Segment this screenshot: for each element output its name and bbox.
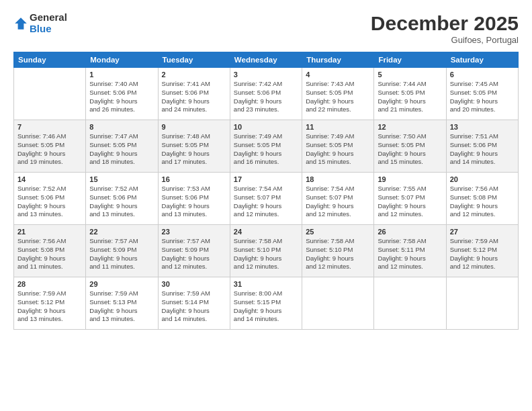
col-header-tuesday: Tuesday: [158, 52, 230, 68]
calendar-cell: 21Sunrise: 7:56 AMSunset: 5:08 PMDayligh…: [14, 225, 86, 277]
calendar-cell: 22Sunrise: 7:57 AMSunset: 5:09 PMDayligh…: [86, 225, 158, 277]
calendar-cell: 23Sunrise: 7:57 AMSunset: 5:09 PMDayligh…: [158, 225, 230, 277]
col-header-friday: Friday: [374, 52, 446, 68]
day-info: Sunrise: 7:42 AMSunset: 5:06 PMDaylight:…: [234, 80, 298, 114]
logo-general: General: [30, 12, 67, 24]
day-info: Sunrise: 7:43 AMSunset: 5:05 PMDaylight:…: [306, 80, 370, 114]
day-info: Sunrise: 7:51 AMSunset: 5:06 PMDaylight:…: [450, 132, 515, 167]
day-info: Sunrise: 7:49 AMSunset: 5:05 PMDaylight:…: [234, 132, 298, 167]
calendar-cell: 3Sunrise: 7:42 AMSunset: 5:06 PMDaylight…: [230, 68, 302, 120]
calendar-cell: [14, 68, 86, 120]
page: General Blue December 2025 Guifoes, Port…: [0, 0, 532, 411]
location-subtitle: Guifoes, Portugal: [371, 35, 519, 45]
day-info: Sunrise: 7:58 AMSunset: 5:11 PMDaylight:…: [378, 237, 442, 271]
day-number: 12: [378, 123, 442, 131]
day-info: Sunrise: 7:56 AMSunset: 5:08 PMDaylight:…: [17, 237, 82, 271]
day-number: 17: [234, 175, 298, 183]
calendar-cell: 13Sunrise: 7:51 AMSunset: 5:06 PMDayligh…: [446, 120, 518, 173]
day-number: 13: [450, 123, 515, 131]
calendar-cell: 24Sunrise: 7:58 AMSunset: 5:10 PMDayligh…: [230, 225, 302, 277]
logo-blue: Blue: [30, 24, 67, 35]
day-number: 2: [162, 71, 226, 79]
calendar-cell: 27Sunrise: 7:59 AMSunset: 5:12 PMDayligh…: [446, 225, 518, 277]
day-number: 16: [162, 175, 226, 183]
day-info: Sunrise: 7:44 AMSunset: 5:05 PMDaylight:…: [378, 80, 442, 114]
calendar-table: SundayMondayTuesdayWednesdayThursdayFrid…: [13, 52, 519, 330]
day-info: Sunrise: 7:41 AMSunset: 5:06 PMDaylight:…: [162, 80, 226, 114]
day-info: Sunrise: 7:59 AMSunset: 5:13 PMDaylight:…: [89, 289, 154, 324]
calendar-cell: 11Sunrise: 7:49 AMSunset: 5:05 PMDayligh…: [302, 120, 374, 173]
day-info: Sunrise: 7:50 AMSunset: 5:05 PMDaylight:…: [378, 132, 442, 167]
col-header-thursday: Thursday: [302, 52, 374, 68]
day-info: Sunrise: 7:45 AMSunset: 5:05 PMDaylight:…: [450, 80, 515, 114]
day-info: Sunrise: 7:53 AMSunset: 5:06 PMDaylight:…: [162, 185, 226, 219]
calendar-cell: 16Sunrise: 7:53 AMSunset: 5:06 PMDayligh…: [158, 173, 230, 225]
calendar-cell: 30Sunrise: 7:59 AMSunset: 5:14 PMDayligh…: [158, 277, 230, 330]
day-number: 1: [89, 71, 154, 79]
day-info: Sunrise: 7:54 AMSunset: 5:07 PMDaylight:…: [306, 185, 370, 219]
calendar-cell: 17Sunrise: 7:54 AMSunset: 5:07 PMDayligh…: [230, 173, 302, 225]
day-number: 30: [162, 280, 226, 288]
day-number: 29: [89, 280, 154, 288]
svg-marker-0: [15, 17, 27, 30]
day-number: 22: [89, 228, 154, 236]
day-number: 5: [378, 71, 442, 79]
month-title: December 2025: [371, 12, 519, 35]
day-number: 27: [450, 228, 515, 236]
day-info: Sunrise: 7:52 AMSunset: 5:06 PMDaylight:…: [89, 185, 154, 219]
col-header-monday: Monday: [86, 52, 158, 68]
col-header-saturday: Saturday: [446, 52, 518, 68]
calendar-cell: 18Sunrise: 7:54 AMSunset: 5:07 PMDayligh…: [302, 173, 374, 225]
calendar-cell: 20Sunrise: 7:56 AMSunset: 5:08 PMDayligh…: [446, 173, 518, 225]
calendar-cell: 31Sunrise: 8:00 AMSunset: 5:15 PMDayligh…: [230, 277, 302, 330]
day-info: Sunrise: 7:58 AMSunset: 5:10 PMDaylight:…: [234, 237, 298, 271]
day-number: 11: [306, 123, 370, 131]
col-header-wednesday: Wednesday: [230, 52, 302, 68]
day-number: 15: [89, 175, 154, 183]
day-info: Sunrise: 7:57 AMSunset: 5:09 PMDaylight:…: [162, 237, 226, 271]
calendar-cell: 1Sunrise: 7:40 AMSunset: 5:06 PMDaylight…: [86, 68, 158, 120]
calendar-cell: 5Sunrise: 7:44 AMSunset: 5:05 PMDaylight…: [374, 68, 446, 120]
calendar-cell: 14Sunrise: 7:52 AMSunset: 5:06 PMDayligh…: [14, 173, 86, 225]
calendar-cell: [374, 277, 446, 330]
day-number: 10: [234, 123, 298, 131]
day-number: 6: [450, 71, 515, 79]
day-number: 23: [162, 228, 226, 236]
calendar-cell: 19Sunrise: 7:55 AMSunset: 5:07 PMDayligh…: [374, 173, 446, 225]
day-info: Sunrise: 7:47 AMSunset: 5:05 PMDaylight:…: [89, 132, 154, 167]
logo: General Blue: [13, 12, 67, 34]
col-header-sunday: Sunday: [14, 52, 86, 68]
day-info: Sunrise: 8:00 AMSunset: 5:15 PMDaylight:…: [234, 289, 298, 324]
day-number: 14: [17, 175, 82, 183]
calendar-cell: 28Sunrise: 7:59 AMSunset: 5:12 PMDayligh…: [14, 277, 86, 330]
day-info: Sunrise: 7:52 AMSunset: 5:06 PMDaylight:…: [17, 185, 82, 219]
day-number: 3: [234, 71, 298, 79]
day-number: 24: [234, 228, 298, 236]
day-info: Sunrise: 7:59 AMSunset: 5:12 PMDaylight:…: [450, 237, 515, 271]
day-info: Sunrise: 7:46 AMSunset: 5:05 PMDaylight:…: [17, 132, 82, 167]
day-info: Sunrise: 7:40 AMSunset: 5:06 PMDaylight:…: [89, 80, 154, 114]
calendar-cell: 15Sunrise: 7:52 AMSunset: 5:06 PMDayligh…: [86, 173, 158, 225]
header: General Blue December 2025 Guifoes, Port…: [13, 12, 519, 45]
day-number: 31: [234, 280, 298, 288]
day-number: 7: [17, 123, 82, 131]
day-info: Sunrise: 7:57 AMSunset: 5:09 PMDaylight:…: [89, 237, 154, 271]
calendar-cell: 6Sunrise: 7:45 AMSunset: 5:05 PMDaylight…: [446, 68, 518, 120]
calendar-cell: 10Sunrise: 7:49 AMSunset: 5:05 PMDayligh…: [230, 120, 302, 173]
day-number: 8: [89, 123, 154, 131]
day-info: Sunrise: 7:59 AMSunset: 5:12 PMDaylight:…: [17, 289, 82, 324]
calendar-cell: 12Sunrise: 7:50 AMSunset: 5:05 PMDayligh…: [374, 120, 446, 173]
day-number: 21: [17, 228, 82, 236]
day-number: 9: [162, 123, 226, 131]
calendar-cell: 25Sunrise: 7:58 AMSunset: 5:10 PMDayligh…: [302, 225, 374, 277]
calendar-cell: 8Sunrise: 7:47 AMSunset: 5:05 PMDaylight…: [86, 120, 158, 173]
calendar-cell: 2Sunrise: 7:41 AMSunset: 5:06 PMDaylight…: [158, 68, 230, 120]
day-number: 20: [450, 175, 515, 183]
day-number: 28: [17, 280, 82, 288]
day-info: Sunrise: 7:59 AMSunset: 5:14 PMDaylight:…: [162, 289, 226, 324]
day-info: Sunrise: 7:58 AMSunset: 5:10 PMDaylight:…: [306, 237, 370, 271]
logo-icon: [13, 16, 28, 31]
day-number: 18: [306, 175, 370, 183]
calendar-cell: [302, 277, 374, 330]
calendar-cell: 26Sunrise: 7:58 AMSunset: 5:11 PMDayligh…: [374, 225, 446, 277]
